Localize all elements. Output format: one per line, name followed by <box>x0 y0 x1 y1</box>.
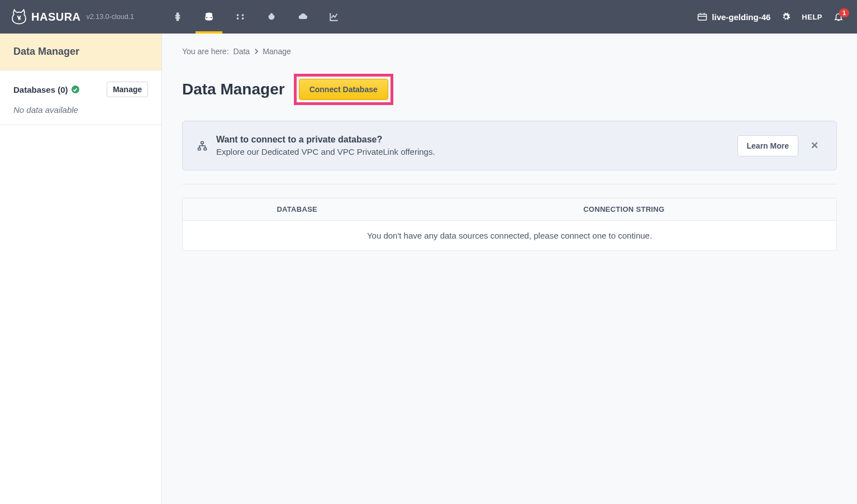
notifications-button[interactable]: 1 <box>834 12 844 22</box>
network-icon <box>197 141 207 151</box>
no-data-message: No data available <box>13 97 148 119</box>
project-selector[interactable]: live-gelding-46 <box>697 12 770 22</box>
banner-title: Want to connect to a private database? <box>216 135 729 145</box>
hasura-logo-icon <box>11 9 31 25</box>
column-header-database: DATABASE <box>183 198 412 220</box>
nav-tab-actions[interactable] <box>225 0 256 34</box>
nav-tab-events[interactable] <box>287 0 318 34</box>
nav-icons-tabs <box>162 0 350 34</box>
nav-tab-monitoring[interactable] <box>318 0 350 34</box>
nav-tab-api[interactable] <box>162 0 193 34</box>
private-database-banner: Want to connect to a private database? E… <box>182 121 837 170</box>
learn-more-button[interactable]: Learn More <box>737 135 798 156</box>
nav-tab-remote-schemas[interactable] <box>256 0 287 34</box>
project-icon <box>697 12 707 21</box>
breadcrumb-prefix: You are here: <box>182 47 229 56</box>
svg-point-4 <box>237 17 239 20</box>
connect-database-highlight: Connect Database <box>294 74 393 105</box>
project-name-label: live-gelding-46 <box>712 12 770 22</box>
svg-rect-8 <box>198 148 201 150</box>
svg-rect-9 <box>204 148 207 150</box>
nav-tab-data[interactable] <box>193 0 225 34</box>
chevron-right-icon <box>254 49 258 54</box>
table-header-row: DATABASE CONNECTION STRING <box>183 198 836 221</box>
brand-name: HASURA <box>31 11 81 23</box>
main-content: You are here: Data Manage Data Manager C… <box>162 34 857 504</box>
content-divider <box>182 184 837 184</box>
connect-database-button[interactable]: Connect Database <box>299 79 388 100</box>
breadcrumb-data-link[interactable]: Data <box>234 47 250 56</box>
breadcrumb-current: Manage <box>263 47 291 56</box>
manage-button[interactable]: Manage <box>107 82 148 97</box>
help-link[interactable]: HELP <box>802 13 822 21</box>
breadcrumb: You are here: Data Manage <box>182 47 837 56</box>
column-header-connection: CONNECTION STRING <box>412 198 837 220</box>
sidebar-title: Data Manager <box>0 34 161 70</box>
check-circle-icon <box>72 85 79 93</box>
logo-area: HASURA v2.13.0-cloud.1 <box>0 0 162 34</box>
top-navigation-bar: HASURA v2.13.0-cloud.1 live-gelding-46 <box>0 0 857 34</box>
sidebar: Data Manager Databases (0) Manage No dat… <box>0 34 162 504</box>
svg-point-1 <box>206 18 212 21</box>
version-label: v2.13.0-cloud.1 <box>87 13 134 21</box>
table-empty-message: You don't have any data sources connecte… <box>183 221 836 250</box>
banner-subtitle: Explore our Dedicated VPC and VPC Privat… <box>216 147 729 156</box>
databases-count-label: Databases (0) <box>13 85 79 94</box>
svg-rect-6 <box>698 15 707 21</box>
svg-point-5 <box>242 17 244 20</box>
settings-icon[interactable] <box>782 12 791 21</box>
page-title: Data Manager <box>182 80 285 98</box>
notification-count-badge: 1 <box>839 8 849 17</box>
svg-point-2 <box>237 14 239 16</box>
banner-close-button[interactable]: ✕ <box>807 137 822 154</box>
svg-rect-7 <box>201 141 204 144</box>
data-sources-table: DATABASE CONNECTION STRING You don't hav… <box>182 198 837 251</box>
topbar-right-area: live-gelding-46 HELP 1 <box>697 12 857 22</box>
svg-point-3 <box>242 14 244 16</box>
